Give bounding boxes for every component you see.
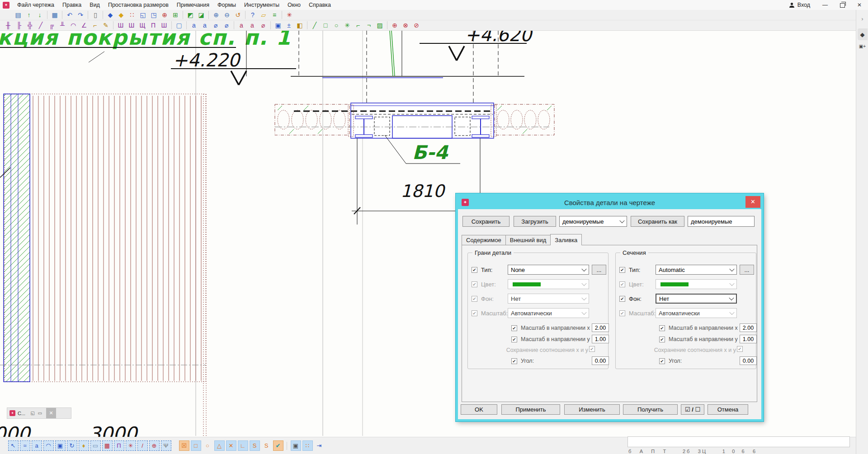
text-blue-icon[interactable]: a — [189, 21, 199, 30]
faces-bg-select[interactable]: Нет — [508, 294, 589, 304]
menu-item[interactable]: Формы — [213, 0, 240, 9]
snap-box-icon[interactable]: ☒ — [179, 440, 189, 451]
sections-angle-checkbox[interactable]: ✔ — [659, 358, 665, 364]
faces-scale-x-field[interactable]: 2.00 — [592, 323, 609, 332]
save-as-input[interactable] — [688, 216, 755, 227]
view-pins-icon[interactable]: ⇥ — [314, 440, 325, 451]
text-red2-icon[interactable]: a — [247, 21, 257, 30]
view-grid-icon[interactable]: ∷ — [302, 440, 313, 451]
preset-select[interactable]: демонируемые — [559, 216, 627, 227]
sections-type-browse-button[interactable]: ... — [740, 265, 754, 275]
axis-circle-icon[interactable]: ⊕ — [390, 21, 400, 30]
spline-tool-icon[interactable]: ✳ — [342, 21, 352, 30]
rect-tool-icon[interactable]: □ — [321, 21, 330, 30]
undo-icon[interactable]: ↶ — [65, 10, 75, 19]
text-slash2-icon[interactable]: ⌀ — [222, 21, 231, 30]
sections-scale-y-checkbox[interactable]: ✔ — [659, 337, 665, 342]
filter-fill-icon[interactable]: ▣ — [55, 440, 66, 451]
filter-axis-icon[interactable]: ⊕ — [149, 440, 160, 451]
faces-bg-checkbox[interactable]: ✔ — [472, 296, 477, 302]
text-red-icon[interactable]: a — [236, 21, 246, 30]
axis-circle2-icon[interactable]: ⊗ — [401, 21, 410, 30]
mark-del-icon[interactable]: Ш — [159, 21, 169, 30]
filter-rotate-icon[interactable]: ↻ — [67, 440, 77, 451]
docked-mini-window[interactable]: ✦ С... ◱ ▭ ✕ — [7, 407, 71, 419]
zoom-prev-icon[interactable]: ↺ — [233, 10, 243, 19]
cancel-button[interactable]: Отмена — [708, 404, 748, 415]
restore-button[interactable] — [834, 0, 851, 10]
hatch-tool-icon[interactable]: ▨ — [375, 21, 385, 30]
filter-arc-icon[interactable]: ◠ — [43, 440, 54, 451]
sections-scale-select[interactable]: Автоматически — [656, 308, 737, 318]
menu-item[interactable]: Примечания — [173, 0, 213, 9]
sections-scale-y-field[interactable]: 1.00 — [740, 335, 757, 343]
mark-wall-icon[interactable]: Ш — [116, 21, 126, 30]
dim-edit-icon[interactable]: ✎ — [101, 21, 111, 30]
mini-maximize-icon[interactable]: ▭ — [36, 411, 43, 416]
dim-leader-icon[interactable]: ╱ — [36, 21, 46, 30]
text-red-slash-icon[interactable]: ⌀ — [258, 21, 268, 30]
sections-type-checkbox[interactable]: ✔ — [619, 267, 625, 273]
faces-type-checkbox[interactable]: ✔ — [472, 267, 477, 273]
dim-chain-icon[interactable]: ╬ — [25, 21, 35, 30]
menu-item[interactable]: Правка — [58, 0, 85, 9]
snap-s-off-icon[interactable]: S — [261, 440, 272, 451]
faces-scale-y-field[interactable]: 1.00 — [592, 335, 609, 343]
snap-s-icon[interactable]: S — [250, 440, 260, 451]
menu-item[interactable]: Окно — [283, 0, 305, 9]
filter-plug-icon[interactable]: Ψ — [161, 440, 171, 451]
filter-select-icon[interactable]: ↖ — [8, 440, 19, 451]
line-tool-icon[interactable]: ╱ — [310, 21, 320, 30]
snap-circle-icon[interactable]: ○ — [203, 440, 213, 451]
close-button[interactable]: ✕ — [851, 0, 868, 10]
sections-type-select[interactable]: Automatic — [656, 265, 737, 275]
sections-angle-field[interactable]: 0.00 — [740, 356, 757, 365]
copy-props-icon[interactable]: ◩ — [185, 10, 195, 19]
snap-cross-icon[interactable]: ✕ — [226, 440, 236, 451]
target-icon[interactable]: ⊕ — [160, 10, 170, 19]
filter-table-icon[interactable]: ▦ — [102, 440, 113, 451]
filter-curve-icon[interactable]: ≈ — [20, 440, 30, 451]
dialog-close-button[interactable]: ✕ — [745, 196, 760, 208]
filter-frame-icon[interactable]: ▭ — [90, 440, 101, 451]
filter-text-icon[interactable]: a — [32, 440, 42, 451]
menu-item[interactable]: Справка — [305, 0, 335, 9]
dim-slope-icon[interactable]: ⌐ — [90, 21, 100, 30]
axis-circle3-icon[interactable]: ⊘ — [411, 21, 421, 30]
save-preset-button[interactable]: Сохранить — [462, 216, 509, 227]
sections-color-select[interactable] — [656, 279, 737, 289]
tab[interactable]: Заливка — [550, 234, 582, 245]
menu-item[interactable]: Вид — [85, 0, 104, 9]
mark-wall2-icon[interactable]: Ш — [127, 21, 137, 30]
menu-item[interactable]: Простановка размеров — [104, 0, 173, 9]
symbol-icon[interactable]: ▣ — [273, 21, 283, 30]
exit-icon[interactable]: ◧ — [295, 21, 305, 30]
faces-type-browse-button[interactable]: ... — [592, 265, 606, 275]
poly-tool-icon[interactable]: ⌐ — [353, 21, 363, 30]
load-preset-button[interactable]: Загрузить — [514, 216, 556, 227]
faces-type-select[interactable]: None — [508, 265, 589, 275]
snap-triangle-icon[interactable]: △ — [214, 440, 225, 451]
edit-yellow-icon[interactable]: ◆ — [116, 10, 126, 19]
filter-strike-icon[interactable]: / — [137, 440, 148, 451]
zoom-in-icon[interactable]: ⊕ — [211, 10, 221, 19]
check-toggle-button[interactable]: ☑ / ☐ — [681, 404, 704, 415]
filter-gate-icon[interactable]: П — [114, 440, 124, 451]
snap-corner-icon[interactable]: ∟ — [238, 440, 248, 451]
faces-scale-checkbox[interactable]: ✔ — [472, 310, 477, 316]
save-as-button[interactable]: Сохранить как — [631, 216, 684, 227]
modify-button[interactable]: Изменить — [564, 404, 620, 415]
zoom-out-icon[interactable]: ⊖ — [222, 10, 232, 19]
sections-scale-x-field[interactable]: 2.00 — [740, 323, 757, 332]
copy-drawing-icon[interactable]: ▤ — [13, 10, 23, 19]
view-solid-icon[interactable]: ▣ — [291, 440, 301, 451]
dim-box-icon[interactable]: ╔ — [47, 21, 57, 30]
tab[interactable]: Содержимое — [462, 235, 506, 245]
filter-snow-icon[interactable]: ✳ — [126, 440, 136, 451]
dim-arc-icon[interactable]: ◠ — [68, 21, 78, 30]
sections-bg-select[interactable]: Нет — [656, 294, 737, 304]
marquee-icon[interactable]: ▢ — [174, 21, 184, 30]
command-strip[interactable] — [627, 436, 850, 447]
help-mode-icon[interactable]: ? — [248, 10, 258, 19]
mini-restore-icon[interactable]: ◱ — [29, 411, 36, 416]
